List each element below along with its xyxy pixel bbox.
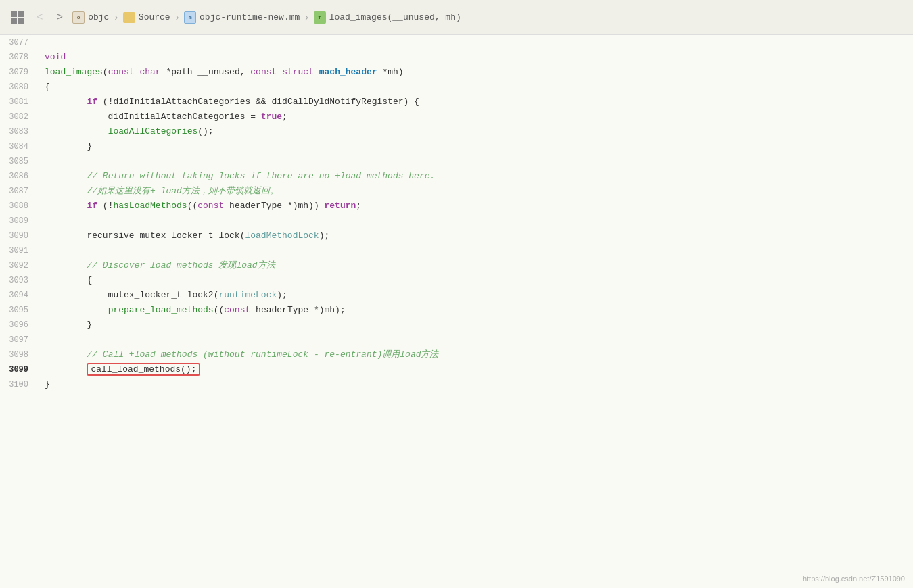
breadcrumb-sep-1: › <box>113 12 118 23</box>
table-row: 3089 <box>0 214 913 228</box>
table-row: 3080 { <box>0 80 913 95</box>
table-row: 3081 if (!didInitialAttachCategories && … <box>0 95 913 109</box>
line-code: if (!didInitialAttachCategories && didCa… <box>39 95 419 109</box>
table-row: 3090 recursive_mutex_locker_t lock(loadM… <box>0 228 913 243</box>
table-row: 3091 <box>0 243 913 258</box>
breadcrumb-function[interactable]: f load_images(__unused, mh) <box>314 11 461 24</box>
table-row: 3098 // Call +load methods (without runt… <box>0 347 913 362</box>
breadcrumb-file[interactable]: m objc-runtime-new.mm <box>184 11 300 24</box>
line-code: { <box>39 273 92 288</box>
line-code: //如果这里没有+ load方法，则不带锁就返回。 <box>39 184 279 199</box>
highlighted-line: 3099 call_load_methods(); <box>0 362 913 377</box>
line-number: 3080 <box>0 80 39 95</box>
line-code: call_load_methods(); <box>39 362 200 377</box>
line-number: 3079 <box>0 65 39 80</box>
line-number: 3084 <box>0 139 39 154</box>
watermark: https://blog.csdn.net/Z1591090 <box>803 574 905 583</box>
table-row: 3094 mutex_locker_t lock2(runtimeLock); <box>0 288 913 303</box>
line-number: 3096 <box>0 318 39 333</box>
table-row: 3093 { <box>0 273 913 288</box>
code-editor: 3077 3078 void 3079 load_images(const ch… <box>0 35 913 588</box>
table-row: 3095 prepare_load_methods((const headerT… <box>0 303 913 318</box>
line-number: 3086 <box>0 169 39 184</box>
source-folder-icon <box>123 12 135 23</box>
line-code: } <box>39 377 50 392</box>
line-code: // Call +load methods (without runtimeLo… <box>39 347 439 362</box>
line-code: } <box>39 139 92 154</box>
table-row: 3100 } <box>0 377 913 392</box>
table-row: 3078 void <box>0 50 913 65</box>
line-number: 3094 <box>0 288 39 303</box>
line-code: load_images(const char *path __unused, c… <box>39 65 404 80</box>
table-row: 3096 } <box>0 318 913 333</box>
table-row: 3085 <box>0 154 913 169</box>
line-number: 3095 <box>0 303 39 318</box>
table-row: 3082 didInitialAttachCategories = true; <box>0 109 913 124</box>
objc-file-icon: o <box>72 11 85 24</box>
line-number: 3091 <box>0 243 39 258</box>
function-icon: f <box>314 11 326 24</box>
breadcrumb-function-label: load_images(__unused, mh) <box>329 12 461 22</box>
breadcrumb-sep-3: › <box>304 12 309 23</box>
table-row: 3097 <box>0 333 913 347</box>
breadcrumb-source-label: Source <box>139 12 170 22</box>
line-number: 3077 <box>0 35 39 50</box>
line-code: didInitialAttachCategories = true; <box>39 109 287 124</box>
forward-button[interactable]: > <box>53 9 68 26</box>
grid-nav-icon[interactable] <box>8 8 27 27</box>
table-row: 3088 if (!hasLoadMethods((const headerTy… <box>0 199 913 214</box>
breadcrumb-source[interactable]: Source <box>123 12 170 23</box>
line-number: 3090 <box>0 228 39 243</box>
line-number: 3097 <box>0 333 39 347</box>
breadcrumb-objc[interactable]: o objc <box>72 11 109 24</box>
line-number: 3078 <box>0 50 39 65</box>
table-row: 3087 //如果这里没有+ load方法，则不带锁就返回。 <box>0 184 913 199</box>
table-row: 3077 <box>0 35 913 50</box>
line-code: } <box>39 318 92 333</box>
line-code: if (!hasLoadMethods((const headerType *)… <box>39 199 361 214</box>
line-number: 3093 <box>0 273 39 288</box>
line-number: 3083 <box>0 124 39 139</box>
line-number: 3092 <box>0 258 39 273</box>
line-number: 3100 <box>0 377 39 392</box>
line-code: // Return without taking locks if there … <box>39 169 435 184</box>
line-number: 3085 <box>0 154 39 169</box>
line-number: 3089 <box>0 214 39 228</box>
line-number: 3099 <box>0 362 39 377</box>
line-code: loadAllCategories(); <box>39 124 214 139</box>
line-code: { <box>39 80 50 95</box>
breadcrumb-sep-2: › <box>174 12 180 23</box>
table-row: 3092 // Discover load methods 发现load方法 <box>0 258 913 273</box>
line-number: 3082 <box>0 109 39 124</box>
breadcrumb: o objc › Source › m objc-runtime-new.mm … <box>72 11 461 24</box>
line-code: prepare_load_methods((const headerType *… <box>39 303 346 318</box>
line-number: 3098 <box>0 347 39 362</box>
mm-file-icon: m <box>184 11 196 24</box>
table-row: 3084 } <box>0 139 913 154</box>
line-code: void <box>39 50 66 65</box>
line-number: 3087 <box>0 184 39 199</box>
table-row: 3079 load_images(const char *path __unus… <box>0 65 913 80</box>
line-code: // Discover load methods 发现load方法 <box>39 258 275 273</box>
back-button[interactable]: < <box>32 9 47 26</box>
line-number: 3081 <box>0 95 39 109</box>
line-code: recursive_mutex_locker_t lock(loadMethod… <box>39 228 329 243</box>
breadcrumb-file-label: objc-runtime-new.mm <box>200 12 300 22</box>
breadcrumb-objc-label: objc <box>88 12 109 22</box>
line-number: 3088 <box>0 199 39 214</box>
table-row: 3086 // Return without taking locks if t… <box>0 169 913 184</box>
nav-bar: < > o objc › Source › m objc-runtime-new… <box>0 0 913 35</box>
line-code: mutex_locker_t lock2(runtimeLock); <box>39 288 287 303</box>
table-row: 3083 loadAllCategories(); <box>0 124 913 139</box>
call-load-methods-highlight: call_load_methods(); <box>87 363 200 376</box>
